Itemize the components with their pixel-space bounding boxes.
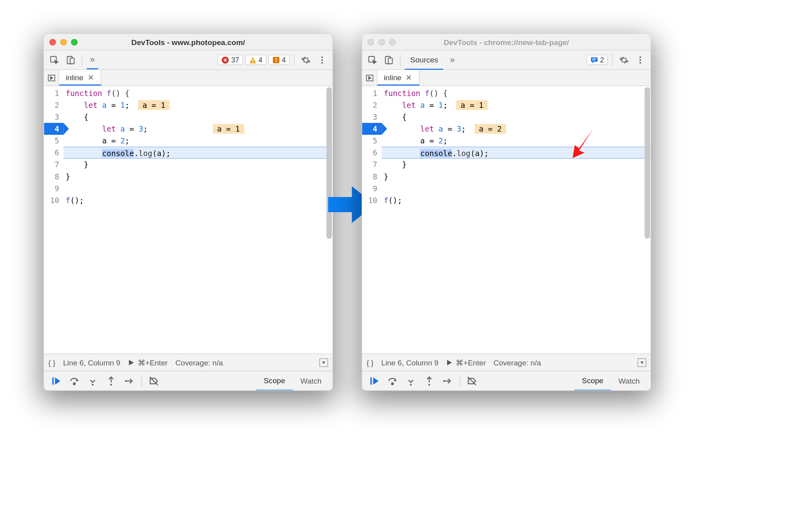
line-number: 1 xyxy=(362,87,382,99)
feedback-icon xyxy=(590,56,598,64)
step-icon[interactable] xyxy=(439,373,456,388)
gear-icon[interactable] xyxy=(299,53,313,67)
line-number-exec: 4 xyxy=(362,123,382,135)
more-tabs-icon[interactable]: » xyxy=(87,51,98,69)
step-into-icon[interactable] xyxy=(402,373,419,388)
editor-statusbar: { } Line 6, Column 9 ⌘+Enter Coverage: n… xyxy=(44,354,332,371)
code-editor[interactable]: 1 2 3 4 5 6 7 8 9 10 function f() { let … xyxy=(362,86,650,354)
cursor-position: Line 6, Column 9 xyxy=(381,358,438,367)
line-gutter: 1 2 3 4 5 6 7 8 9 10 xyxy=(362,86,382,354)
gear-icon[interactable] xyxy=(617,53,631,67)
svg-point-24 xyxy=(639,59,641,60)
error-badge[interactable]: 37 xyxy=(218,55,243,65)
svg-rect-27 xyxy=(370,377,372,384)
traffic-lights xyxy=(368,39,396,45)
issue-count: 4 xyxy=(282,56,286,64)
divider xyxy=(141,375,142,387)
tab-scope[interactable]: Scope xyxy=(256,371,293,390)
tab-scope[interactable]: Scope xyxy=(574,371,611,390)
inline-value-hint: a = 1 xyxy=(212,124,244,134)
inspect-icon[interactable] xyxy=(365,53,380,67)
device-toggle-icon[interactable] xyxy=(64,53,78,67)
divider xyxy=(460,375,460,387)
console-badges: 37 4 4 xyxy=(218,55,289,65)
step-over-icon[interactable] xyxy=(66,373,83,388)
coverage-status: Coverage: n/a xyxy=(493,358,541,367)
deactivate-breakpoints-icon[interactable] xyxy=(463,373,481,388)
titlebar: DevTools - chrome://new-tab-page/ xyxy=(362,34,650,50)
warning-count: 4 xyxy=(259,56,263,64)
svg-point-11 xyxy=(321,62,323,64)
issue-badge[interactable]: 4 xyxy=(269,55,290,65)
step-out-icon[interactable] xyxy=(421,373,438,388)
tab-watch[interactable]: Watch xyxy=(293,371,329,390)
zoom-window-icon[interactable] xyxy=(71,39,77,45)
resume-icon[interactable] xyxy=(47,373,65,388)
line-number: 6 xyxy=(362,147,382,158)
step-out-icon[interactable] xyxy=(102,373,120,388)
inline-value-hint: a = 1 xyxy=(456,100,488,110)
deactivate-breakpoints-icon[interactable] xyxy=(145,373,163,388)
more-tabs-icon[interactable]: » xyxy=(445,55,459,65)
device-toggle-icon[interactable] xyxy=(382,53,396,67)
pretty-print-icon[interactable]: { } xyxy=(48,358,55,367)
line-number: 3 xyxy=(44,111,63,123)
line-number: 5 xyxy=(44,135,63,147)
dropdown-icon[interactable]: ▾ xyxy=(637,358,646,367)
file-tab-inline[interactable]: inline ✕ xyxy=(59,70,101,86)
debugger-toolbar: Scope Watch xyxy=(44,371,332,390)
svg-point-17 xyxy=(125,380,127,382)
svg-rect-8 xyxy=(276,61,276,62)
tab-watch[interactable]: Watch xyxy=(611,371,647,390)
line-number: 8 xyxy=(362,171,382,183)
dropdown-icon[interactable]: ▾ xyxy=(320,358,328,367)
minimize-window-icon[interactable] xyxy=(378,39,385,45)
svg-rect-13 xyxy=(52,377,53,384)
line-number: 1 xyxy=(44,87,63,99)
svg-point-16 xyxy=(110,384,112,386)
step-over-icon[interactable] xyxy=(384,373,401,388)
close-window-icon[interactable] xyxy=(368,39,374,45)
step-into-icon[interactable] xyxy=(84,373,102,388)
paused-line: console.log(a); xyxy=(382,147,650,158)
navigator-toggle-icon[interactable] xyxy=(362,70,377,86)
kebab-icon[interactable] xyxy=(315,53,329,67)
svg-point-25 xyxy=(639,62,641,64)
svg-point-29 xyxy=(410,384,412,386)
tab-sources[interactable]: Sources xyxy=(405,50,444,70)
line-number: 10 xyxy=(362,194,382,206)
devtools-window-right: DevTools - chrome://new-tab-page/ Source… xyxy=(362,34,651,391)
scrollbar[interactable] xyxy=(645,87,650,239)
resume-icon[interactable] xyxy=(365,373,383,388)
svg-point-31 xyxy=(443,380,445,382)
feedback-badge[interactable]: 2 xyxy=(586,55,608,65)
navigator-toggle-icon[interactable] xyxy=(44,70,59,86)
file-tabbar: inline ✕ xyxy=(362,70,650,86)
warning-badge[interactable]: 4 xyxy=(245,55,266,65)
minimize-window-icon[interactable] xyxy=(60,39,66,45)
close-icon[interactable]: ✕ xyxy=(406,73,412,81)
svg-point-14 xyxy=(73,382,75,384)
zoom-window-icon[interactable] xyxy=(389,39,395,45)
code-area[interactable]: function f() { let a = 1;a = 1 { let a =… xyxy=(64,86,333,354)
close-icon[interactable]: ✕ xyxy=(88,73,94,81)
step-icon[interactable] xyxy=(121,373,138,388)
run-snippet-hint[interactable]: ⌘+Enter xyxy=(446,358,486,367)
line-number: 2 xyxy=(362,99,382,111)
run-snippet-hint[interactable]: ⌘+Enter xyxy=(128,358,168,367)
pretty-print-icon[interactable]: { } xyxy=(367,358,374,367)
main-toolbar: Sources » 2 xyxy=(362,50,650,70)
inspect-icon[interactable] xyxy=(47,53,62,67)
titlebar: DevTools - www.photopea.com/ xyxy=(44,34,332,50)
close-window-icon[interactable] xyxy=(49,39,56,45)
file-tabbar: inline ✕ xyxy=(44,70,332,86)
kebab-icon[interactable] xyxy=(633,53,647,67)
svg-point-9 xyxy=(321,56,323,58)
error-icon xyxy=(222,56,229,64)
code-editor[interactable]: 1 2 3 4 5 6 7 8 9 10 function f() { let … xyxy=(44,86,332,354)
svg-point-10 xyxy=(321,59,323,60)
line-number: 2 xyxy=(44,99,63,111)
code-area[interactable]: function f() { let a = 1;a = 1 { let a =… xyxy=(382,86,650,354)
file-tab-inline[interactable]: inline ✕ xyxy=(377,70,419,86)
divider xyxy=(82,54,82,66)
